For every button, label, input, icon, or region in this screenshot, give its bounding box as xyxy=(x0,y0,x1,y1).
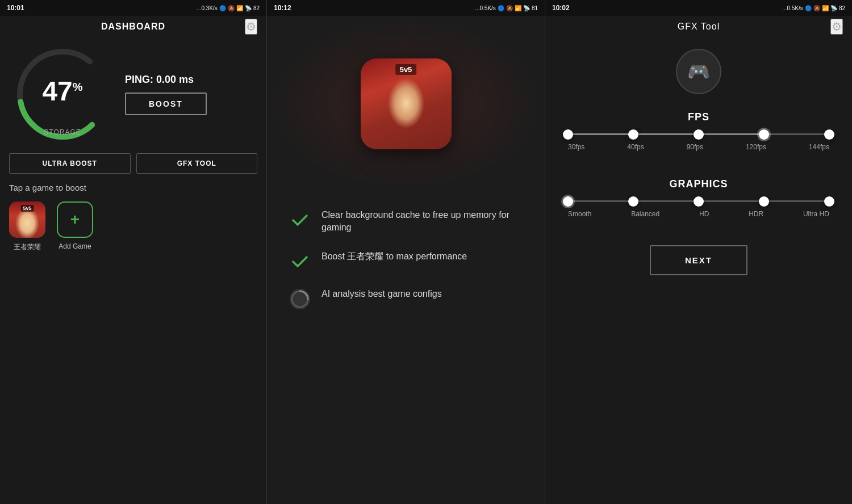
graphics-section: GRAPHICS Smooth Balanced HD HDR Ultra HD xyxy=(545,167,852,222)
graphics-title: GRAPHICS xyxy=(568,178,829,190)
fps-dot-4[interactable] xyxy=(824,129,834,140)
graphics-label-3: HDR xyxy=(749,210,763,218)
fps-label-1: 40fps xyxy=(627,143,644,151)
status-bar-2: 10:12 ...0.5K/s 🔵 🔕 📶 📡 81 xyxy=(267,0,545,16)
game-name-wangzhe: 王者荣耀 xyxy=(14,242,41,252)
action-buttons: ULTRA BOOST GFX TOOL xyxy=(0,153,266,174)
mute-icon: 🔕 xyxy=(228,5,235,11)
status-icons-2: ...0.5K/s 🔵 🔕 📶 📡 81 xyxy=(475,5,538,11)
feature-text-3: AI analysis best game configs xyxy=(321,288,442,300)
game-art-wangzhe xyxy=(9,201,45,238)
ultra-boost-button[interactable]: ULTRA BOOST xyxy=(9,153,131,174)
graphics-label-1: Balanced xyxy=(631,210,659,218)
gauge-section: 47% STORAGE PING: 0.00 ms BOOST xyxy=(0,37,266,151)
add-game-item[interactable]: + Add Game xyxy=(57,201,93,250)
game-hero-icon xyxy=(361,58,452,149)
fps-slider-fill xyxy=(568,133,764,135)
settings-button-1[interactable]: ⚙ xyxy=(245,19,257,35)
boost-features: Clear background cache to free up memory… xyxy=(267,192,545,326)
bluetooth-icon-3: 🔵 xyxy=(805,5,812,11)
fps-dot-1[interactable] xyxy=(628,129,638,140)
gauge-right: PING: 0.00 ms BOOST xyxy=(125,74,207,115)
fps-dot-3[interactable] xyxy=(759,129,769,140)
panel-dashboard: 10:01 ...0.3K/s 🔵 🔕 📶 📡 82 DASHBOARD ⚙ 4… xyxy=(0,0,267,504)
feature-text-1: Clear background cache to free up memory… xyxy=(321,209,522,234)
tap-label: Tap a game to boost xyxy=(9,183,257,192)
hero-face xyxy=(9,201,45,238)
fps-label-0: 30fps xyxy=(568,143,584,151)
ping-display: PING: 0.00 ms xyxy=(125,74,207,86)
network-speed-1: ...0.3K/s xyxy=(197,5,218,11)
graphics-dot-2[interactable] xyxy=(694,196,704,207)
gfx-tool-button[interactable]: GFX TOOL xyxy=(136,153,258,174)
graphics-label-4: Ultra HD xyxy=(803,210,829,218)
settings-button-3[interactable]: ⚙ xyxy=(830,19,843,35)
dashboard-header: DASHBOARD ⚙ xyxy=(0,16,266,37)
hero-figure xyxy=(381,78,432,141)
fps-slider[interactable]: 30fps 40fps 90fps 120fps 144fps xyxy=(568,133,829,151)
add-game-label: Add Game xyxy=(59,242,91,250)
gfx-header: GFX Tool ⚙ xyxy=(545,16,852,37)
graphics-slider-track xyxy=(568,200,829,202)
fps-dot-2[interactable] xyxy=(694,129,704,140)
game-hero-art xyxy=(361,58,452,149)
signal-icon-3: 📶 xyxy=(822,5,829,11)
battery-3: 82 xyxy=(839,5,845,11)
gfx-title: GFX Tool xyxy=(678,22,720,32)
signal-icon-2: 📶 xyxy=(515,5,521,11)
fps-slider-track xyxy=(568,133,829,135)
feature-item-3: AI analysis best game configs xyxy=(290,288,522,309)
loading-icon xyxy=(290,289,310,309)
next-button[interactable]: NEXT xyxy=(650,245,747,275)
gauge-storage-label: STORAGE xyxy=(44,128,81,136)
graphics-labels: Smooth Balanced HD HDR Ultra HD xyxy=(568,210,829,218)
add-game-button[interactable]: + xyxy=(57,201,93,238)
fps-labels: 30fps 40fps 90fps 120fps 144fps xyxy=(568,143,829,151)
battery-2: 81 xyxy=(532,5,538,11)
check-icon-1 xyxy=(290,210,310,230)
bluetooth-icon-2: 🔵 xyxy=(498,5,504,11)
panel-boost: 10:12 ...0.5K/s 🔵 🔕 📶 📡 81 Clear backgro… xyxy=(267,0,545,504)
mute-icon-3: 🔕 xyxy=(813,5,820,11)
feature-item-1: Clear background cache to free up memory… xyxy=(290,209,522,234)
panel-gfx: 10:02 ...0.5K/s 🔵 🔕 📶 📡 82 GFX Tool ⚙ 🎮 … xyxy=(545,0,852,504)
games-section: Tap a game to boost 王者荣耀 + Add Game xyxy=(0,174,266,252)
games-list: 王者荣耀 + Add Game xyxy=(9,201,257,252)
graphics-label-2: HD xyxy=(699,210,709,218)
game-hero-header xyxy=(267,16,545,192)
time-3: 10:02 xyxy=(552,4,570,12)
wifi-icon-2: 📡 xyxy=(523,5,530,11)
fps-dot-0[interactable] xyxy=(563,129,573,140)
check-icon-2 xyxy=(290,251,310,272)
signal-icon: 📶 xyxy=(236,5,243,11)
graphics-slider[interactable]: Smooth Balanced HD HDR Ultra HD xyxy=(568,200,829,218)
fps-label-3: 120fps xyxy=(746,143,766,151)
status-icons-3: ...0.5K/s 🔵 🔕 📶 📡 82 xyxy=(782,5,845,11)
time-1: 10:01 xyxy=(7,4,24,12)
storage-gauge: 47% STORAGE xyxy=(11,43,114,145)
fps-title: FPS xyxy=(568,111,829,123)
game-icon-wangzhe xyxy=(9,201,45,238)
graphics-dot-4[interactable] xyxy=(824,196,834,207)
gfx-game-icon: 🎮 xyxy=(676,49,721,94)
game-item-wangzhe[interactable]: 王者荣耀 xyxy=(9,201,45,252)
gauge-center: 47% xyxy=(42,78,82,105)
graphics-dot-3[interactable] xyxy=(759,196,769,207)
status-bar-1: 10:01 ...0.3K/s 🔵 🔕 📶 📡 82 xyxy=(0,0,266,16)
gfx-icon-section: 🎮 xyxy=(545,37,852,100)
graphics-dot-1[interactable] xyxy=(628,196,638,207)
dashboard-title: DASHBOARD xyxy=(101,22,165,32)
wifi-icon: 📡 xyxy=(245,5,252,11)
battery-1: 82 xyxy=(253,5,260,11)
bluetooth-icon: 🔵 xyxy=(219,5,226,11)
controller-icon: 🎮 xyxy=(687,61,710,82)
graphics-label-0: Smooth xyxy=(568,210,591,218)
fps-label-2: 90fps xyxy=(687,143,703,151)
wifi-icon-3: 📡 xyxy=(830,5,837,11)
network-speed-3: ...0.5K/s xyxy=(782,5,803,11)
status-bar-3: 10:02 ...0.5K/s 🔵 🔕 📶 📡 82 xyxy=(545,0,852,16)
fps-label-4: 144fps xyxy=(809,143,829,151)
boost-button[interactable]: BOOST xyxy=(125,93,207,115)
network-speed-2: ...0.5K/s xyxy=(475,5,496,11)
graphics-dot-0[interactable] xyxy=(563,196,573,207)
